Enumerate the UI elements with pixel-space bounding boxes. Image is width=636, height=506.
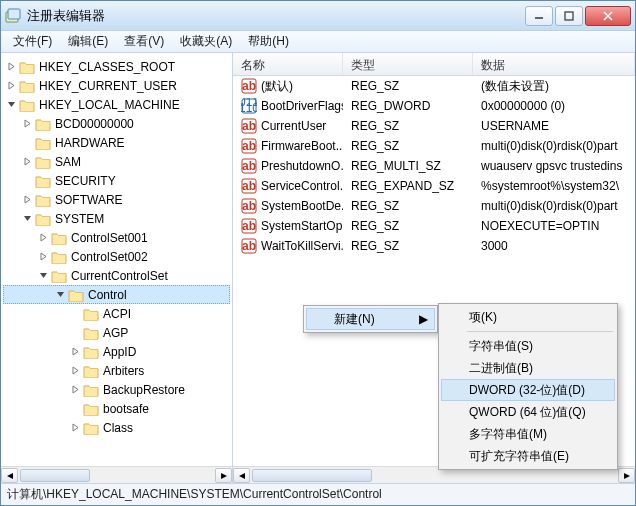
value-data: (数值未设置) <box>473 78 635 95</box>
expand-icon[interactable] <box>5 80 17 92</box>
submenu-item[interactable]: DWORD (32-位)值(D) <box>441 379 615 401</box>
value-name: ServiceControl... <box>261 179 343 193</box>
value-row[interactable]: (默认)REG_SZ(数值未设置) <box>233 76 635 96</box>
string-value-icon <box>241 118 257 134</box>
submenu-item[interactable]: 可扩充字符串值(E) <box>441 445 615 467</box>
scroll-left-icon[interactable]: ◂ <box>233 468 250 483</box>
tree-item[interactable]: HKEY_LOCAL_MACHINE <box>3 95 230 114</box>
tree-item[interactable]: SAM <box>3 152 230 171</box>
tree-item[interactable]: SYSTEM <box>3 209 230 228</box>
tree-item[interactable]: SECURITY <box>3 171 230 190</box>
string-value-icon <box>241 198 257 214</box>
maximize-button[interactable] <box>555 6 583 26</box>
value-row[interactable]: ServiceControl...REG_EXPAND_SZ%systemroo… <box>233 176 635 196</box>
string-value-icon <box>241 238 257 254</box>
tree-item[interactable]: CurrentControlSet <box>3 266 230 285</box>
expand-icon[interactable] <box>69 365 81 377</box>
tree-item[interactable]: SOFTWARE <box>3 190 230 209</box>
tree-item[interactable]: ACPI <box>3 304 230 323</box>
submenu-item[interactable]: 字符串值(S) <box>441 335 615 357</box>
tree-label: SYSTEM <box>55 212 104 226</box>
folder-icon <box>83 421 99 435</box>
close-button[interactable] <box>585 6 631 26</box>
tree-item[interactable]: BCD00000000 <box>3 114 230 133</box>
folder-icon <box>83 383 99 397</box>
value-row[interactable]: FirmwareBoot...REG_SZmulti(0)disk(0)rdis… <box>233 136 635 156</box>
value-row[interactable]: BootDriverFlagsREG_DWORD0x00000000 (0) <box>233 96 635 116</box>
tree-item[interactable]: HARDWARE <box>3 133 230 152</box>
value-row[interactable]: CurrentUserREG_SZUSERNAME <box>233 116 635 136</box>
context-menu[interactable]: 新建(N) ▶ <box>303 305 438 333</box>
tree-item[interactable]: BackupRestore <box>3 380 230 399</box>
value-name: FirmwareBoot... <box>261 139 343 153</box>
registry-tree[interactable]: HKEY_CLASSES_ROOTHKEY_CURRENT_USERHKEY_L… <box>1 53 232 466</box>
scroll-right-icon[interactable]: ▸ <box>618 468 635 483</box>
col-name[interactable]: 名称 <box>233 53 343 75</box>
tree-item[interactable]: Class <box>3 418 230 437</box>
menu-new[interactable]: 新建(N) ▶ <box>306 308 435 330</box>
folder-icon <box>19 60 35 74</box>
list-header[interactable]: 名称 类型 数据 <box>233 53 635 76</box>
menu-edit[interactable]: 编辑(E) <box>60 31 116 52</box>
value-row[interactable]: SystemStartOp...REG_SZ NOEXECUTE=OPTIN <box>233 216 635 236</box>
binary-value-icon <box>241 98 257 114</box>
expand-icon[interactable] <box>21 156 33 168</box>
submenu-item[interactable]: 项(K) <box>441 306 615 328</box>
submenu-item[interactable]: 多字符串值(M) <box>441 423 615 445</box>
string-value-icon <box>241 138 257 154</box>
tree-item[interactable]: ControlSet002 <box>3 247 230 266</box>
value-type: REG_SZ <box>343 239 473 253</box>
collapse-icon[interactable] <box>5 99 17 111</box>
submenu-item[interactable]: QWORD (64 位)值(Q) <box>441 401 615 423</box>
tree-item[interactable]: HKEY_CLASSES_ROOT <box>3 57 230 76</box>
value-row[interactable]: SystemBootDe...REG_SZmulti(0)disk(0)rdis… <box>233 196 635 216</box>
expand-icon[interactable] <box>21 194 33 206</box>
no-expander <box>69 308 81 320</box>
tree-item[interactable]: AppID <box>3 342 230 361</box>
expand-icon[interactable] <box>37 232 49 244</box>
menu-view[interactable]: 查看(V) <box>116 31 172 52</box>
value-row[interactable]: WaitToKillServi...REG_SZ3000 <box>233 236 635 256</box>
context-submenu-new[interactable]: 项(K)字符串值(S)二进制值(B)DWORD (32-位)值(D)QWORD … <box>438 303 618 470</box>
tree-item[interactable]: ControlSet001 <box>3 228 230 247</box>
value-name: CurrentUser <box>261 119 326 133</box>
value-type: REG_MULTI_SZ <box>343 159 473 173</box>
expand-icon[interactable] <box>37 251 49 263</box>
tree-hscrollbar[interactable]: ◂ ▸ <box>1 466 232 483</box>
submenu-item[interactable]: 二进制值(B) <box>441 357 615 379</box>
menu-favorites[interactable]: 收藏夹(A) <box>172 31 240 52</box>
expand-icon[interactable] <box>69 422 81 434</box>
tree-item[interactable]: Arbiters <box>3 361 230 380</box>
col-data[interactable]: 数据 <box>473 53 635 75</box>
value-name: PreshutdownO... <box>261 159 343 173</box>
folder-icon <box>35 155 51 169</box>
value-name: (默认) <box>261 78 293 95</box>
expand-icon[interactable] <box>21 118 33 130</box>
minimize-button[interactable] <box>525 6 553 26</box>
menu-file[interactable]: 文件(F) <box>5 31 60 52</box>
string-value-icon <box>241 218 257 234</box>
tree-item[interactable]: bootsafe <box>3 399 230 418</box>
scroll-right-icon[interactable]: ▸ <box>215 468 232 483</box>
tree-item[interactable]: AGP <box>3 323 230 342</box>
menu-help[interactable]: 帮助(H) <box>240 31 297 52</box>
collapse-icon[interactable] <box>54 289 66 301</box>
scroll-left-icon[interactable]: ◂ <box>1 468 18 483</box>
value-row[interactable]: PreshutdownO...REG_MULTI_SZwuauserv gpsv… <box>233 156 635 176</box>
expand-icon[interactable] <box>5 61 17 73</box>
expand-icon[interactable] <box>69 384 81 396</box>
col-type[interactable]: 类型 <box>343 53 473 75</box>
expand-icon[interactable] <box>69 346 81 358</box>
titlebar[interactable]: 注册表编辑器 <box>1 1 635 31</box>
value-name: SystemBootDe... <box>261 199 343 213</box>
collapse-icon[interactable] <box>21 213 33 225</box>
collapse-icon[interactable] <box>37 270 49 282</box>
folder-icon <box>35 174 51 188</box>
tree-item[interactable]: Control <box>3 285 230 304</box>
folder-icon <box>68 288 84 302</box>
value-type: REG_SZ <box>343 199 473 213</box>
tree-item[interactable]: HKEY_CURRENT_USER <box>3 76 230 95</box>
value-data: %systemroot%\system32\ <box>473 179 635 193</box>
value-name: WaitToKillServi... <box>261 239 343 253</box>
value-data: NOEXECUTE=OPTIN <box>473 219 635 233</box>
